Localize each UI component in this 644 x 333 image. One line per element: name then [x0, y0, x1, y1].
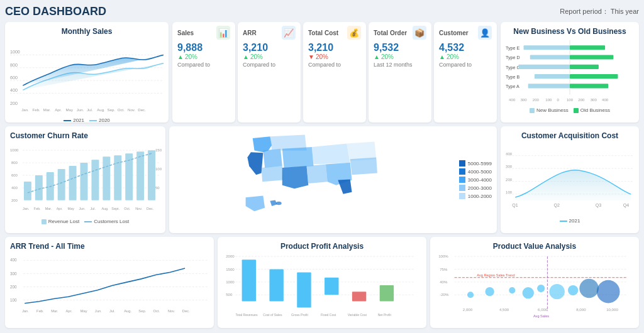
kpi-total-cost: Total Cost 💰 3,210 ▼ 20% Compared to: [303, 22, 366, 123]
report-period: Report period： This year: [560, 7, 639, 16]
svg-text:Jan.: Jan.: [22, 309, 29, 313]
map-legend: 5000-5999 4000-5000 3000-4000 2000-3000: [459, 160, 494, 199]
svg-text:600: 600: [11, 173, 18, 177]
svg-text:100%: 100%: [438, 254, 448, 258]
up-arrow-icon: ▲: [439, 53, 445, 60]
svg-text:Type D: Type D: [506, 55, 520, 60]
report-period-label: Report period：: [560, 8, 609, 15]
svg-text:Fixed Cost: Fixed Cost: [321, 313, 336, 317]
svg-text:Sep.: Sep.: [108, 107, 116, 112]
legend-5000-5999: 5000-5999: [459, 160, 492, 166]
svg-text:Apr.: Apr.: [65, 309, 72, 313]
kpi-customer-value: 4,532: [439, 42, 492, 53]
svg-text:Mar.: Mar.: [51, 309, 58, 313]
legend-4000-5000-label: 4000-5000: [468, 169, 492, 175]
legend-4000-5000: 4000-5000: [459, 168, 492, 175]
cost-icon: 💰: [347, 26, 361, 40]
legend-customers-lost-label: Customers Lost: [94, 219, 129, 224]
svg-text:Net Profit: Net Profit: [378, 313, 392, 317]
kpi-sales-label: Sales 📊: [177, 26, 230, 40]
legend-2021-label: 2021: [73, 117, 84, 123]
svg-text:400: 400: [10, 258, 17, 262]
svg-text:800: 800: [10, 63, 18, 68]
monthly-sales-legend: 2021 2020: [10, 117, 164, 123]
svg-text:Avg Sales: Avg Sales: [533, 314, 549, 318]
svg-text:200: 200: [11, 199, 18, 202]
svg-text:100: 100: [545, 97, 552, 102]
svg-text:1000: 1000: [10, 50, 20, 55]
kpi-arr-change: ▲ 20%: [243, 53, 296, 60]
svg-rect-126: [325, 278, 338, 295]
svg-point-149: [523, 287, 534, 298]
legend-new-biz-label: New Business: [536, 107, 569, 113]
svg-text:200: 200: [578, 97, 585, 102]
legend-old-biz: Old Business: [574, 107, 610, 113]
churn-chart: 1000 800 600 400 200 150 100 50: [10, 143, 160, 217]
svg-rect-63: [80, 163, 88, 200]
svg-text:Aug.: Aug.: [124, 309, 131, 313]
profit-title: Product Profit Analysis: [223, 242, 421, 251]
new-biz-legend: New Business Old Business: [506, 107, 634, 113]
svg-rect-65: [103, 156, 110, 200]
value-chart: 100% 75% 40% -20% Avg Region Sales Trend: [435, 253, 634, 320]
svg-text:Oct.: Oct.: [153, 309, 160, 313]
svg-rect-64: [91, 160, 99, 200]
kpi-order-value: 9,532: [374, 42, 426, 53]
svg-text:2,000: 2,000: [463, 307, 473, 312]
svg-text:Q3: Q3: [596, 203, 602, 208]
kpi-arr: ARR 📈 3,210 ▲ 20% Compared to: [238, 22, 301, 123]
svg-point-153: [579, 279, 599, 298]
legend-new-biz: New Business: [530, 107, 569, 113]
kpi-customer-label: Customer 👤: [439, 26, 492, 40]
arr-icon: 📈: [282, 26, 296, 40]
legend-1000-2000: 1000-2000: [459, 193, 492, 199]
profit-card: Product Profit Analysis 2000 1500 1000 5…: [218, 237, 426, 328]
kpi-customer: Customer 👤 4,532 ▲ 20% Compared to: [434, 22, 497, 123]
svg-text:400: 400: [10, 88, 18, 93]
svg-text:Apr.: Apr.: [55, 107, 62, 112]
acq-cost-chart: 400 300 200 100 Q1 Q2: [506, 143, 634, 217]
svg-text:150: 150: [155, 148, 162, 152]
svg-rect-123: [242, 259, 256, 301]
svg-text:Type B: Type B: [506, 75, 519, 80]
svg-text:Q4: Q4: [623, 203, 630, 208]
svg-text:Q2: Q2: [554, 203, 560, 208]
svg-text:-20%: -20%: [440, 292, 449, 297]
svg-text:Nov.: Nov.: [128, 107, 135, 112]
svg-text:Nov.: Nov.: [135, 207, 142, 210]
legend-old-biz-label: Old Business: [580, 107, 610, 113]
svg-text:May: May: [68, 207, 75, 210]
svg-text:Apr.: Apr.: [57, 207, 63, 210]
kpi-cost-sub: Compared to: [308, 62, 361, 68]
svg-point-146: [467, 292, 474, 298]
svg-text:Feb.: Feb.: [36, 309, 44, 313]
kpi-cost-label: Total Cost 💰: [308, 26, 361, 40]
svg-point-82: [276, 201, 282, 205]
svg-text:Q1: Q1: [512, 203, 518, 208]
svg-rect-61: [58, 169, 65, 200]
svg-point-152: [568, 285, 578, 295]
svg-rect-41: [535, 74, 570, 79]
svg-text:1500: 1500: [226, 267, 235, 271]
svg-rect-39: [570, 65, 599, 69]
svg-text:Feb.: Feb.: [34, 207, 41, 210]
monthly-sales-chart: 1000 800 600 400 200: [10, 38, 164, 116]
svg-text:Aug.: Aug.: [101, 207, 109, 210]
svg-text:Jul.: Jul.: [90, 207, 96, 210]
monthly-sales-title: Monthly Sales: [10, 27, 164, 36]
svg-text:Sep.: Sep.: [138, 309, 146, 313]
svg-rect-35: [530, 55, 570, 59]
svg-text:Total Revenues: Total Revenues: [235, 313, 257, 317]
svg-text:200: 200: [10, 285, 17, 289]
svg-text:Jan.: Jan.: [21, 107, 29, 112]
svg-rect-127: [352, 292, 366, 301]
svg-text:100: 100: [506, 190, 513, 194]
value-title: Product Value Analysis: [435, 242, 634, 251]
kpi-sales-change: ▲ 20%: [177, 53, 230, 60]
legend-5000-5999-label: 5000-5999: [468, 161, 492, 166]
svg-text:Jan.: Jan.: [23, 207, 30, 210]
kpi-arr-value: 3,210: [243, 42, 296, 53]
arr-trend-title: ARR Trend - All Time: [10, 242, 209, 251]
svg-point-148: [509, 287, 515, 293]
us-map-svg: [172, 131, 459, 229]
